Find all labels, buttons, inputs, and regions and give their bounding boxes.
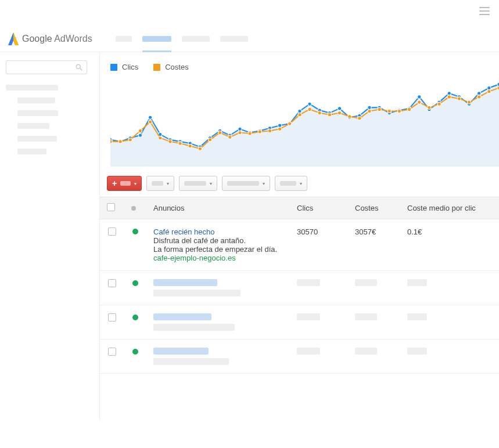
row-checkbox[interactable]: [108, 348, 116, 356]
svg-point-6: [148, 115, 152, 119]
svg-point-65: [338, 111, 341, 115]
svg-point-46: [148, 120, 152, 124]
sidebar: [0, 52, 100, 421]
col-cpc[interactable]: Coste medio por clic: [400, 197, 499, 219]
svg-point-28: [368, 106, 371, 109]
ad-desc-line: [153, 290, 240, 297]
svg-point-73: [418, 100, 421, 104]
plus-icon: +: [112, 179, 117, 188]
ad-url[interactable]: cafe-ejemplo-negocio.es: [153, 254, 283, 262]
svg-point-59: [278, 127, 281, 131]
svg-point-5: [138, 133, 142, 137]
svg-point-80: [487, 90, 491, 93]
nav-tab[interactable]: [220, 36, 248, 42]
svg-point-58: [268, 129, 271, 132]
cell-costes: [355, 313, 377, 320]
ad-title[interactable]: Café recién hecho: [153, 227, 283, 236]
cell-cpc: [407, 348, 427, 355]
nav-tab[interactable]: [182, 36, 210, 42]
table-row[interactable]: Café recién hecho Disfruta del café de a…: [100, 219, 499, 271]
svg-point-67: [358, 117, 361, 120]
cell-costes: [355, 348, 377, 355]
legend-clics[interactable]: Clics: [110, 63, 138, 71]
search-icon: [75, 63, 83, 71]
ad-title: [153, 313, 211, 320]
cell-costes: 3057€: [348, 219, 400, 271]
toolbar-button[interactable]: ▾: [179, 176, 217, 191]
cell-clics: [297, 348, 320, 355]
add-button[interactable]: + ▾: [107, 176, 142, 191]
chevron-down-icon: ▾: [263, 181, 265, 186]
row-checkbox[interactable]: [108, 279, 116, 287]
svg-point-48: [168, 140, 172, 143]
svg-point-25: [338, 107, 341, 110]
svg-point-54: [228, 135, 232, 139]
table-row[interactable]: [100, 271, 499, 305]
cell-clics: [297, 313, 320, 320]
svg-point-39: [478, 92, 481, 95]
cell-cpc: [407, 279, 427, 286]
row-checkbox[interactable]: [108, 227, 116, 236]
search-input[interactable]: [6, 60, 87, 74]
adwords-logo-icon: [8, 32, 19, 45]
ad-title: [153, 279, 217, 286]
ad-desc-line: Disfruta del café de antaño.: [153, 236, 283, 245]
nav-tabs: [116, 36, 248, 42]
toolbar-button[interactable]: ▾: [275, 176, 307, 191]
nav-tab[interactable]: [116, 36, 132, 42]
svg-point-64: [328, 113, 331, 117]
row-checkbox[interactable]: [108, 313, 116, 321]
svg-point-68: [368, 109, 371, 113]
sidebar-item[interactable]: [17, 123, 49, 129]
nav-tab-active[interactable]: [142, 36, 171, 42]
svg-point-66: [348, 115, 351, 118]
svg-point-60: [288, 122, 292, 125]
logo: Google AdWords: [8, 32, 92, 45]
status-dot: [132, 315, 138, 320]
legend-swatch: [110, 64, 117, 71]
svg-point-76: [447, 95, 451, 99]
svg-point-75: [437, 102, 441, 106]
select-all-checkbox[interactable]: [107, 203, 115, 211]
legend-swatch: [153, 64, 160, 71]
svg-point-36: [447, 92, 451, 95]
chevron-down-icon: ▾: [300, 181, 302, 186]
legend-label: Costes: [165, 63, 188, 71]
svg-point-71: [397, 109, 401, 113]
sidebar-item[interactable]: [6, 85, 58, 91]
performance-chart: [100, 77, 499, 170]
svg-point-19: [278, 124, 281, 127]
svg-point-74: [428, 106, 431, 109]
toolbar-button[interactable]: ▾: [146, 176, 174, 191]
svg-point-61: [298, 113, 301, 117]
svg-point-21: [298, 109, 301, 113]
logo-text: Google AdWords: [22, 34, 92, 44]
menu-icon[interactable]: [479, 7, 490, 15]
table-row[interactable]: [100, 305, 499, 339]
ad-desc-line: La forma perfecta de empezar el día.: [153, 245, 283, 254]
col-clics[interactable]: Clics: [290, 197, 348, 219]
status-dot: [132, 349, 138, 355]
ads-table: Anuncios Clics Costes Coste medio por cl…: [100, 197, 499, 374]
status-dot: [132, 280, 138, 286]
col-anuncios[interactable]: Anuncios: [146, 197, 290, 219]
svg-point-55: [238, 131, 242, 134]
ad-title: [153, 348, 209, 355]
status-header-icon: [131, 206, 136, 211]
toolbar-button[interactable]: ▾: [222, 176, 270, 191]
sidebar-item[interactable]: [17, 136, 57, 142]
col-costes[interactable]: Costes: [348, 197, 400, 219]
table-row[interactable]: [100, 339, 499, 374]
svg-point-57: [258, 130, 261, 133]
svg-point-22: [308, 102, 311, 106]
sidebar-item[interactable]: [17, 110, 58, 116]
sidebar-item[interactable]: [17, 149, 46, 154]
cell-clics: 30570: [290, 219, 348, 271]
legend-label: Clics: [122, 63, 138, 71]
sidebar-item[interactable]: [17, 97, 55, 103]
legend-costes[interactable]: Costes: [153, 63, 188, 71]
svg-point-53: [218, 131, 222, 134]
svg-point-40: [487, 86, 491, 89]
svg-point-15: [238, 127, 242, 131]
svg-point-33: [418, 95, 421, 99]
